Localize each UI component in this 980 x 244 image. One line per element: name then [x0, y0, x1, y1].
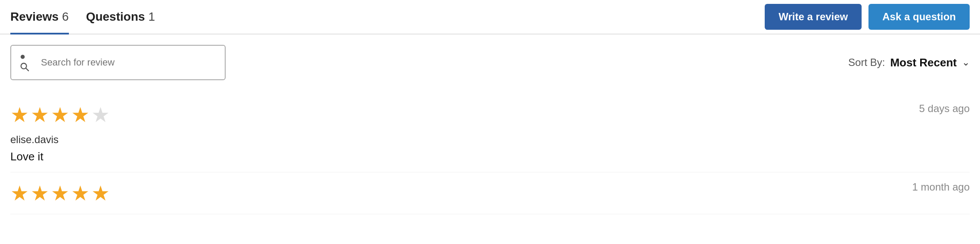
search-box: ●	[10, 45, 226, 80]
search-sort-row: ● Sort By: Most Recent ⌄	[0, 34, 980, 87]
sort-label: Sort By:	[848, 56, 885, 69]
review-date: 5 days ago	[919, 103, 970, 115]
review-date: 1 month ago	[912, 181, 970, 193]
reviews-section: ★ ★ ★ ★ ★ 5 days ago elise.davis Love it…	[0, 87, 980, 221]
review-author: elise.davis	[10, 134, 970, 146]
search-icon: ●	[20, 51, 36, 74]
write-review-button[interactable]: Write a review	[765, 4, 862, 30]
sort-area: Sort By: Most Recent ⌄	[848, 56, 970, 69]
tab-reviews[interactable]: Reviews 6	[10, 0, 69, 34]
sort-value: Most Recent	[890, 56, 957, 69]
review-item: ★ ★ ★ ★ ★ 1 month ago	[10, 172, 970, 214]
tabs: Reviews 6 Questions 1	[10, 0, 155, 34]
star-4: ★	[71, 103, 90, 127]
header: Reviews 6 Questions 1 Write a review Ask…	[0, 0, 980, 34]
review-header: ★ ★ ★ ★ ★ 5 days ago	[10, 103, 970, 127]
ask-question-button[interactable]: Ask a question	[868, 4, 970, 30]
tab-questions-label: Questions	[86, 10, 145, 24]
star-2: ★	[31, 103, 49, 127]
review-item: ★ ★ ★ ★ ★ 5 days ago elise.davis Love it	[10, 94, 970, 172]
review-body: Love it	[10, 150, 970, 163]
tab-reviews-label: Reviews	[10, 10, 59, 24]
svg-line-1	[26, 68, 28, 71]
header-buttons: Write a review Ask a question	[765, 4, 970, 30]
review-header: ★ ★ ★ ★ ★ 1 month ago	[10, 181, 970, 205]
star-3: ★	[51, 181, 69, 205]
chevron-down-icon[interactable]: ⌄	[962, 57, 970, 68]
star-rating: ★ ★ ★ ★ ★	[10, 103, 110, 127]
star-2: ★	[31, 181, 49, 205]
star-rating: ★ ★ ★ ★ ★	[10, 181, 110, 205]
tab-questions-count: 1	[149, 10, 155, 24]
tab-reviews-count: 6	[62, 10, 69, 24]
star-3: ★	[51, 103, 69, 127]
star-5: ★	[91, 103, 110, 127]
tab-questions[interactable]: Questions 1	[86, 0, 155, 34]
star-4: ★	[71, 181, 90, 205]
page-container: Reviews 6 Questions 1 Write a review Ask…	[0, 0, 980, 221]
star-1: ★	[10, 103, 29, 127]
star-5: ★	[91, 181, 110, 205]
search-input[interactable]	[41, 57, 216, 68]
star-1: ★	[10, 181, 29, 205]
